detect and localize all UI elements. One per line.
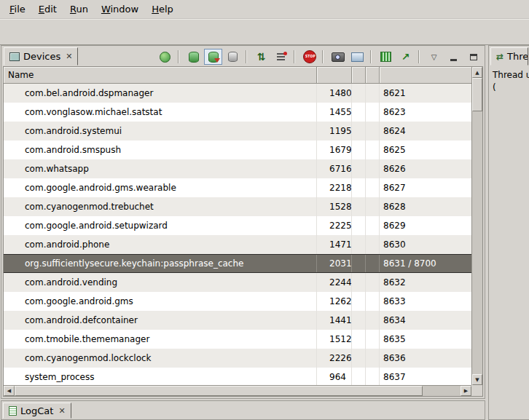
- vertical-scroll-thumb[interactable]: [472, 78, 482, 111]
- table-row[interactable]: com.android.vending224408632: [4, 273, 471, 292]
- spacer-cell: [366, 197, 380, 216]
- spacer-cell: [366, 178, 380, 197]
- table-row[interactable]: com.google.android.gms126238633: [4, 292, 471, 311]
- scroll-left-button[interactable]: ◀: [4, 386, 15, 396]
- spacer-cell: [366, 273, 380, 292]
- update-heap-icon[interactable]: [184, 49, 203, 65]
- toolbar-separator: [370, 50, 372, 63]
- tab-devices[interactable]: Devices ✕: [4, 47, 78, 66]
- horizontal-scrollbar[interactable]: ◀ ▶: [4, 385, 471, 396]
- view-menu-icon[interactable]: ▽: [425, 49, 443, 65]
- process-name-cell: com.android.smspush: [4, 140, 317, 159]
- close-icon[interactable]: ✕: [58, 406, 65, 416]
- logcat-icon: [9, 406, 17, 416]
- spacer-cell: [366, 330, 380, 349]
- cause-gc-icon[interactable]: [224, 49, 242, 65]
- process-name-cell: com.android.vending: [4, 273, 317, 292]
- pid-cell: 14411: [317, 311, 352, 330]
- stop-process-icon[interactable]: STOP: [300, 49, 318, 65]
- minimize-icon[interactable]: [444, 49, 463, 65]
- port-cell: 8629: [380, 216, 471, 235]
- process-table: Name com.bel.android.dspmanager14808621c…: [3, 66, 483, 397]
- spacer-cell: [352, 178, 366, 197]
- process-name-cell: com.cyanogenmod.lockclock: [4, 349, 317, 368]
- menu-item-file[interactable]: File: [3, 1, 32, 17]
- scroll-up-button[interactable]: ▲: [472, 67, 482, 78]
- pid-cell: 6716: [317, 159, 352, 178]
- menu-item-run[interactable]: Run: [63, 1, 95, 17]
- pid-cell: 22185: [317, 178, 352, 197]
- table-row[interactable]: com.cyanogenmod.lockclock222658636: [4, 349, 471, 368]
- menu-item-edit[interactable]: Edit: [32, 1, 63, 17]
- table-row[interactable]: com.android.smspush16798625: [4, 140, 471, 159]
- pid-cell: 1195: [317, 122, 352, 140]
- port-cell: 8637: [380, 368, 471, 385]
- spacer-cell: [366, 349, 380, 368]
- spacer-cell: [366, 159, 380, 178]
- spacer-cell: [366, 84, 380, 103]
- table-row[interactable]: com.whatsapp67168626: [4, 159, 471, 178]
- threads-message-line1: Thread up: [489, 69, 529, 82]
- vertical-scrollbar[interactable]: ▲ ▼: [471, 67, 482, 385]
- table-row[interactable]: com.vonglasow.michael.satstat145538623: [4, 103, 471, 122]
- table-row[interactable]: com.google.android.gms.wearable221858627: [4, 178, 471, 197]
- pid-cell: 22250: [317, 216, 352, 235]
- toolbar-separator: [418, 50, 420, 63]
- pid-cell: 22265: [317, 349, 352, 368]
- tab-devices-label: Devices: [23, 51, 60, 62]
- spacer-cell: [352, 235, 366, 254]
- table-row[interactable]: com.android.systemui11958624: [4, 122, 471, 140]
- pid-cell: 964: [317, 368, 352, 385]
- threads-icon: ⇄: [496, 52, 503, 62]
- toolbar-separator: [322, 50, 324, 63]
- port-cell: 8635: [380, 330, 471, 349]
- table-row[interactable]: com.android.phone14718630: [4, 235, 471, 254]
- debug-process-icon[interactable]: [156, 49, 174, 65]
- column-header[interactable]: [352, 67, 366, 83]
- scroll-down-button[interactable]: ▼: [472, 374, 482, 385]
- scrollbar-corner: [471, 385, 482, 396]
- table-row[interactable]: org.sufficientlysecure.keychain:passphra…: [4, 254, 471, 273]
- network-stats-icon[interactable]: [377, 49, 395, 65]
- maximize-icon[interactable]: [464, 49, 482, 65]
- menu-item-window[interactable]: Window: [95, 1, 145, 17]
- table-row[interactable]: com.tmobile.thememanager15128635: [4, 330, 471, 349]
- method-profiling-icon[interactable]: [272, 49, 290, 65]
- spacer-cell: [352, 349, 366, 368]
- threads-message-line2: (: [489, 82, 529, 94]
- table-row[interactable]: com.google.android.setupwizard222508629: [4, 216, 471, 235]
- spacer-cell: [352, 122, 366, 140]
- logcat-view: LogCat ✕: [1, 400, 485, 420]
- close-icon[interactable]: ✕: [66, 52, 72, 61]
- table-row[interactable]: com.cyanogenmod.trebuchet15288628: [4, 197, 471, 216]
- column-header[interactable]: [380, 67, 471, 83]
- application-window: FileEditRunWindowHelp Devices ✕ ⇅STOP↗▽ …: [0, 0, 529, 420]
- screen-capture-icon[interactable]: [329, 49, 347, 65]
- pid-cell: 1528: [317, 197, 352, 216]
- table-row[interactable]: com.bel.android.dspmanager14808621: [4, 84, 471, 103]
- spacer-cell: [352, 255, 366, 272]
- scroll-right-icon: ▶: [464, 388, 468, 394]
- process-name-cell: system_process: [4, 368, 317, 385]
- spacer-cell: [366, 122, 380, 140]
- tab-threads[interactable]: ⇄ Threads: [490, 47, 528, 66]
- tab-logcat[interactable]: LogCat ✕: [3, 403, 71, 419]
- table-row[interactable]: system_process9648637: [4, 368, 471, 385]
- table-row[interactable]: com.android.defcontainer144118634: [4, 311, 471, 330]
- port-cell: 8626: [380, 159, 471, 178]
- threads-view: ⇄ Threads Thread up (: [488, 45, 529, 420]
- horizontal-scroll-thumb[interactable]: [15, 386, 423, 396]
- column-header[interactable]: [366, 67, 380, 83]
- column-header-name[interactable]: Name: [4, 67, 317, 83]
- pid-cell: 1512: [317, 330, 352, 349]
- scroll-right-button[interactable]: ▶: [461, 386, 471, 396]
- update-threads-icon[interactable]: ⇅: [252, 49, 270, 65]
- port-cell: 8632: [380, 273, 471, 292]
- tab-threads-label: Threads: [507, 51, 528, 62]
- column-header[interactable]: [317, 67, 352, 83]
- port-cell: 8631 / 8700: [380, 255, 471, 272]
- capture-video-icon[interactable]: [348, 49, 367, 65]
- tracer-icon[interactable]: ↗: [396, 49, 415, 65]
- dump-hprof-icon[interactable]: [204, 49, 222, 65]
- menu-item-help[interactable]: Help: [145, 1, 180, 17]
